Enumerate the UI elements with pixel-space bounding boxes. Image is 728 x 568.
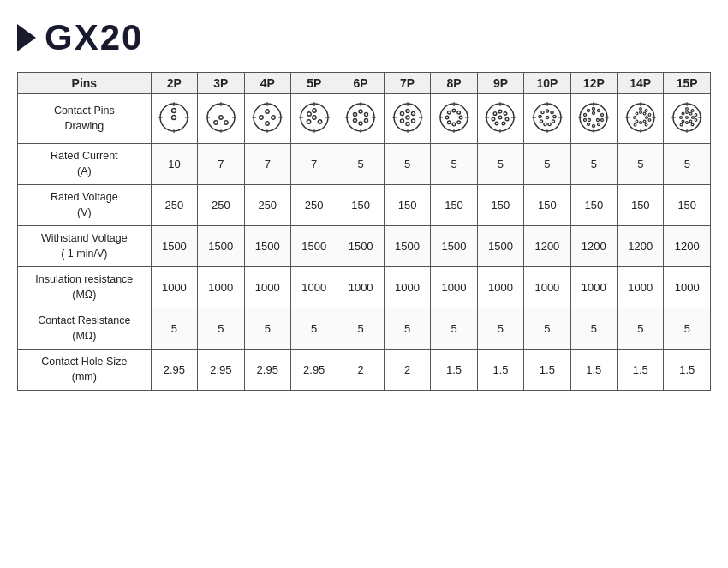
contact-resistance-4p: 5 xyxy=(244,308,290,350)
svg-point-69 xyxy=(448,111,451,115)
rated-current-4p: 7 xyxy=(244,144,290,185)
rated-current-8p: 5 xyxy=(431,144,477,185)
rated-current-15p: 5 xyxy=(664,144,711,185)
svg-point-89 xyxy=(551,111,553,113)
svg-point-57 xyxy=(440,104,468,131)
svg-point-67 xyxy=(448,121,451,124)
drawing-8p xyxy=(431,94,477,144)
pins-header: Pins xyxy=(18,73,152,94)
specs-table: Pins 2P 3P 4P 5P 6P 7P 8P 9P 10P 12P 14P… xyxy=(17,72,711,391)
svg-point-62 xyxy=(452,109,456,112)
svg-point-107 xyxy=(598,110,600,112)
title-section: GX20 xyxy=(17,17,711,58)
svg-point-125 xyxy=(639,122,641,124)
contact-resistance-6p: 5 xyxy=(337,308,384,350)
col-10p: 10P xyxy=(524,73,570,94)
svg-point-68 xyxy=(445,116,449,119)
rated-current-12p: 5 xyxy=(570,144,617,185)
contact-resistance-8p: 5 xyxy=(431,308,477,350)
withstand-voltage-label: Withstand Voltage ( 1 min/V) xyxy=(18,226,152,267)
col-14p: 14P xyxy=(618,73,664,94)
svg-point-144 xyxy=(689,120,692,123)
svg-point-41 xyxy=(365,119,368,123)
withstand-voltage-5p: 1500 xyxy=(290,226,337,267)
svg-point-32 xyxy=(318,120,321,123)
table-row-contact-resistance: Contact Resistance (MΩ) 5 5 5 5 5 5 5 5 … xyxy=(18,308,711,350)
withstand-voltage-4p: 1500 xyxy=(244,226,290,267)
svg-point-15 xyxy=(254,104,281,131)
contact-resistance-9p: 5 xyxy=(477,308,523,350)
svg-point-83 xyxy=(534,104,561,131)
svg-point-65 xyxy=(457,121,461,124)
col-6p: 6P xyxy=(337,73,384,94)
contact-hole-size-14p: 1.5 xyxy=(618,350,664,391)
svg-point-154 xyxy=(680,123,683,126)
svg-point-64 xyxy=(459,116,462,119)
svg-point-124 xyxy=(643,120,646,123)
col-9p: 9P xyxy=(477,73,523,94)
svg-point-109 xyxy=(601,119,604,122)
withstand-voltage-15p: 1200 xyxy=(664,226,711,267)
svg-point-97 xyxy=(546,116,548,118)
drawing-10p xyxy=(524,94,570,144)
rated-voltage-label: Rated Voltage (V) xyxy=(18,185,152,226)
insulation-resistance-10p: 1000 xyxy=(524,267,570,308)
svg-point-88 xyxy=(546,110,548,112)
svg-point-153 xyxy=(691,123,694,126)
withstand-voltage-10p: 1200 xyxy=(524,226,570,267)
withstand-voltage-14p: 1200 xyxy=(618,226,664,267)
svg-point-143 xyxy=(692,117,695,119)
svg-point-113 xyxy=(584,119,587,122)
svg-point-70 xyxy=(486,104,514,131)
insulation-resistance-3p: 1000 xyxy=(198,267,244,308)
svg-point-34 xyxy=(347,104,374,131)
insulation-resistance-15p: 1000 xyxy=(664,267,711,308)
contact-resistance-10p: 5 xyxy=(524,308,570,350)
table-row-rated-voltage: Rated Voltage (V) 250 250 250 250 150 15… xyxy=(18,185,711,226)
drawing-6p xyxy=(337,94,384,144)
drawing-4p xyxy=(244,94,290,144)
svg-point-93 xyxy=(544,123,546,125)
contact-hole-size-9p: 1.5 xyxy=(477,350,523,391)
svg-point-126 xyxy=(636,120,638,123)
contact-hole-size-label: Contact Hole Size (mm) xyxy=(18,350,152,391)
rated-voltage-3p: 250 xyxy=(198,185,244,226)
insulation-resistance-5p: 1000 xyxy=(290,267,337,308)
drawing-15p xyxy=(664,94,711,144)
contact-hole-size-12p: 1.5 xyxy=(570,350,617,391)
drawing-label: Contact Pins Drawing xyxy=(18,94,152,144)
col-7p: 7P xyxy=(384,73,430,94)
table-row-withstand-voltage: Withstand Voltage ( 1 min/V) 1500 1500 1… xyxy=(18,226,711,267)
svg-point-75 xyxy=(499,116,503,119)
rated-voltage-8p: 150 xyxy=(431,185,477,226)
svg-point-80 xyxy=(496,122,499,125)
rated-voltage-15p: 150 xyxy=(664,185,711,226)
insulation-resistance-14p: 1000 xyxy=(618,267,664,308)
svg-point-122 xyxy=(643,112,646,115)
col-15p: 15P xyxy=(664,73,711,94)
svg-point-76 xyxy=(499,110,503,113)
svg-point-103 xyxy=(593,112,595,115)
svg-point-91 xyxy=(552,120,554,123)
svg-point-127 xyxy=(633,117,636,119)
svg-point-142 xyxy=(689,112,692,115)
svg-point-51 xyxy=(406,110,409,113)
svg-point-5 xyxy=(172,116,176,120)
svg-point-55 xyxy=(400,119,403,123)
svg-point-112 xyxy=(588,123,590,126)
contact-hole-size-3p: 2.95 xyxy=(198,350,244,391)
svg-point-29 xyxy=(313,116,316,119)
svg-point-149 xyxy=(686,108,689,111)
svg-point-104 xyxy=(597,119,600,122)
contact-resistance-7p: 5 xyxy=(384,308,430,350)
col-2p: 2P xyxy=(151,73,197,94)
drawing-9p xyxy=(477,94,523,144)
svg-point-152 xyxy=(695,119,697,122)
svg-point-82 xyxy=(494,112,498,116)
svg-point-151 xyxy=(695,114,697,117)
insulation-resistance-9p: 1000 xyxy=(477,267,523,308)
insulation-resistance-2p: 1000 xyxy=(151,267,197,308)
rated-current-5p: 7 xyxy=(290,144,337,185)
svg-point-129 xyxy=(639,108,641,111)
rated-current-6p: 5 xyxy=(337,144,384,185)
